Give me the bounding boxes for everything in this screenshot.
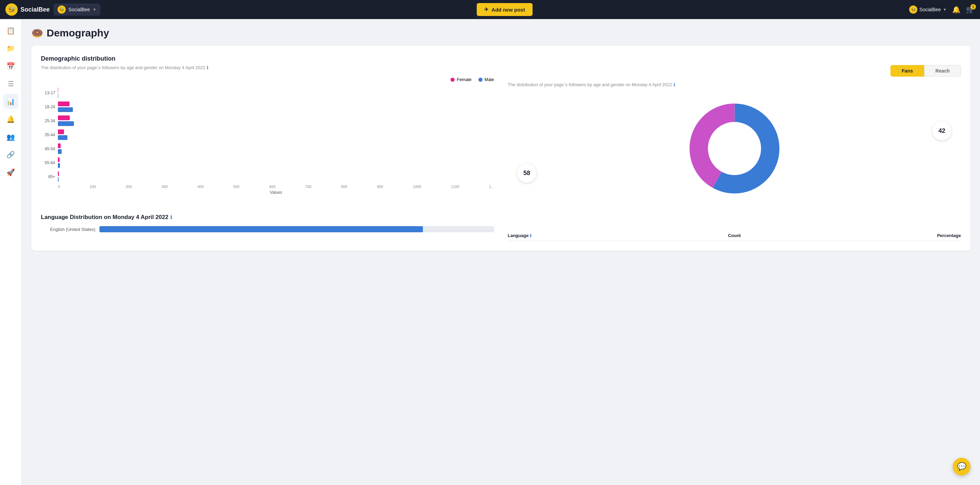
bars-group bbox=[58, 87, 494, 98]
col-language: Language ℹ bbox=[508, 233, 531, 238]
language-bottom-grid: English (United States) Language ℹ bbox=[41, 226, 961, 241]
add-new-post-button[interactable]: ✈ Add new post bbox=[477, 3, 532, 16]
x-axis-tick: 900 bbox=[377, 184, 383, 189]
donut-chart-container: 58 42 bbox=[508, 94, 961, 203]
female-bar bbox=[58, 102, 70, 106]
logo[interactable]: 🐝 SocialBee bbox=[5, 3, 50, 16]
send-icon: ✈ bbox=[484, 6, 488, 13]
chevron-down-icon: ▼ bbox=[92, 8, 96, 11]
bar-chart-row: 55-64 bbox=[41, 157, 494, 168]
sidebar-item-folder[interactable]: 📁 bbox=[3, 41, 18, 56]
female-bar bbox=[58, 171, 59, 176]
account-bee-icon: 🐝 bbox=[57, 5, 66, 14]
lang-bar-row: English (United States) bbox=[41, 226, 494, 232]
sidebar-item-rocket[interactable]: 🚀 bbox=[3, 165, 18, 180]
info-icon: ℹ bbox=[207, 65, 208, 70]
chat-fab-button[interactable]: 💬 bbox=[953, 458, 970, 475]
bar-chart-area: The distribution of your page`s follower… bbox=[41, 65, 494, 203]
female-bar bbox=[58, 129, 64, 134]
sidebar-item-users[interactable]: 👥 bbox=[3, 129, 18, 145]
bars-group bbox=[58, 129, 494, 140]
notifications-button[interactable]: 🔔 bbox=[952, 5, 961, 14]
page-header: 🍩 Demography bbox=[31, 27, 970, 39]
x-axis-tick: 100 bbox=[89, 184, 96, 189]
top-nav: 🐝 SocialBee 🐝 SocialBee ▼ ✈ Add new post… bbox=[0, 0, 980, 19]
female-legend-label: Female bbox=[457, 77, 471, 82]
x-axis-tick: 1... bbox=[489, 184, 494, 189]
main-content: 🍩 Demography Demographic distribution Th… bbox=[22, 19, 980, 485]
bar-chart-row: 35-44 bbox=[41, 129, 494, 140]
bar-chart-row: 13-17 bbox=[41, 87, 494, 98]
x-axis-tick: 500 bbox=[233, 184, 239, 189]
male-bar bbox=[58, 177, 59, 182]
add-post-label: Add new post bbox=[492, 7, 525, 13]
topnav-center: ✈ Add new post bbox=[104, 3, 905, 16]
donut-center bbox=[712, 126, 757, 171]
sidebar-item-bell[interactable]: 🔔 bbox=[3, 112, 18, 127]
donut-info-icon: ℹ bbox=[673, 82, 675, 87]
page-title: Demography bbox=[47, 27, 109, 39]
sidebar-item-clipboard[interactable]: 📋 bbox=[3, 23, 18, 38]
sidebar-item-analytics[interactable]: 📊 bbox=[3, 94, 18, 109]
male-legend-label: Male bbox=[485, 77, 494, 82]
male-bar bbox=[58, 163, 60, 168]
cart-button[interactable]: 🛒 1 bbox=[966, 5, 975, 14]
bar-chart-subtitle: The distribution of your page`s follower… bbox=[41, 65, 494, 70]
bar-chart: 13-17 18-24 25-34 35-44 45-54 55-64 bbox=[41, 87, 494, 182]
lang-bar-fill bbox=[99, 226, 423, 232]
x-axis-tick: 1100 bbox=[451, 184, 459, 189]
card-title: Demographic distribution bbox=[41, 55, 961, 62]
language-distribution-section: Language Distribution on Monday 4 April … bbox=[41, 214, 961, 241]
sidebar-item-list[interactable]: ☰ bbox=[3, 76, 18, 91]
lang-bar-track bbox=[99, 226, 494, 232]
bar-chart-row: 18-24 bbox=[41, 102, 494, 112]
female-bar bbox=[58, 157, 60, 162]
bars-group bbox=[58, 102, 494, 112]
reach-tab[interactable]: Reach bbox=[924, 65, 961, 76]
language-title-text: Language Distribution on Monday 4 April … bbox=[41, 214, 168, 221]
bars-group bbox=[58, 171, 494, 182]
donut-tabs: Fans Reach bbox=[508, 65, 961, 76]
bar-legend: Female Male bbox=[41, 77, 494, 82]
donut-label-female: 42 bbox=[932, 121, 951, 140]
bar-age-label: 45-54 bbox=[41, 146, 55, 151]
male-bar bbox=[58, 107, 73, 112]
bar-chart-row: 65+ bbox=[41, 171, 494, 182]
account-label: SocialBee bbox=[68, 7, 90, 12]
sidebar-item-link[interactable]: 🔗 bbox=[3, 147, 18, 162]
bar-chart-row: 45-54 bbox=[41, 143, 494, 154]
language-table-header: Language ℹ Count Percentage bbox=[508, 233, 961, 241]
male-bar bbox=[58, 93, 58, 98]
x-axis-tick: 1000 bbox=[413, 184, 421, 189]
x-axis-tick: 200 bbox=[126, 184, 132, 189]
donut-chart-area: Fans Reach The distribution of your page… bbox=[508, 65, 961, 203]
demography-icon: 🍩 bbox=[31, 28, 43, 39]
fans-tab[interactable]: Fans bbox=[891, 65, 924, 76]
cart-badge: 1 bbox=[970, 4, 976, 10]
user-label: SocialBee bbox=[920, 7, 941, 12]
bar-age-label: 13-17 bbox=[41, 91, 55, 95]
user-chevron-icon: ▼ bbox=[943, 8, 947, 11]
chat-icon: 💬 bbox=[957, 462, 966, 471]
logo-bee-icon: 🐝 bbox=[5, 3, 18, 16]
topnav-right: 🐝 SocialBee ▼ 🔔 🛒 1 bbox=[909, 5, 975, 14]
demographic-distribution-card: Demographic distribution The distributio… bbox=[31, 46, 970, 251]
bar-age-label: 35-44 bbox=[41, 132, 55, 137]
x-axis-title: Values bbox=[41, 190, 494, 195]
x-axis-tick: 700 bbox=[305, 184, 311, 189]
bar-age-label: 55-64 bbox=[41, 161, 55, 165]
user-menu[interactable]: 🐝 SocialBee ▼ bbox=[909, 5, 947, 14]
bar-chart-row: 25-34 bbox=[41, 116, 494, 126]
demo-top-grid: The distribution of your page`s follower… bbox=[41, 65, 961, 203]
sidebar-item-calendar[interactable]: 📅 bbox=[3, 59, 18, 73]
x-axis-tick: 0 bbox=[58, 184, 60, 189]
bar-age-label: 65+ bbox=[41, 174, 55, 179]
language-info-icon: ℹ bbox=[170, 215, 172, 220]
col-percentage: Percentage bbox=[937, 233, 961, 238]
col-count: Count bbox=[728, 233, 741, 238]
bars-group bbox=[58, 143, 494, 154]
donut-svg bbox=[683, 97, 786, 200]
account-switcher[interactable]: 🐝 SocialBee ▼ bbox=[54, 4, 100, 15]
bar-age-label: 18-24 bbox=[41, 105, 55, 109]
language-table: Language ℹ Count Percentage bbox=[508, 233, 961, 241]
